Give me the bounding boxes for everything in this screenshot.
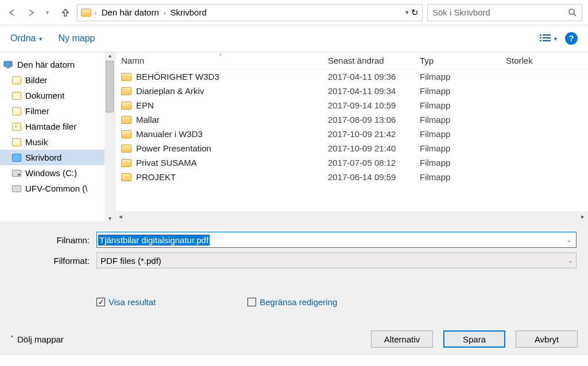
horizontal-scrollbar[interactable]: ◂ ▸ [115, 211, 588, 221]
svg-rect-6 [540, 40, 541, 41]
file-name: BEHÖRIGHET W3D3 [136, 72, 219, 81]
crumb-desktop[interactable]: Skrivbord [169, 7, 207, 17]
nav-scrollbar[interactable]: ▴ ▾ [105, 52, 115, 221]
svg-rect-4 [540, 37, 541, 38]
chevron-down-icon: ▾ [39, 36, 42, 42]
nav-item-dokument[interactable]: Dokument [0, 88, 115, 103]
file-row[interactable]: BEHÖRIGHET W3D3 2017-04-11 09:36 Filmapp [115, 69, 588, 84]
help-button[interactable]: ? [565, 32, 578, 45]
nav-item-label: Dokument [25, 91, 64, 100]
filename-input[interactable]: Tjänstbilar digitalsignatur.pdf ⌄ [96, 232, 577, 248]
scroll-right-icon[interactable]: ▸ [578, 213, 588, 220]
history-dropdown[interactable]: ▾ [40, 6, 54, 20]
file-type: Filmapp [414, 115, 500, 124]
address-bar[interactable]: › Den här datorn › Skrivbord ▾ ↻ [77, 4, 423, 21]
scroll-down-icon[interactable]: ▾ [109, 215, 111, 221]
back-button[interactable] [6, 6, 20, 20]
nav-item-skrivbord[interactable]: Skrivbord [0, 150, 115, 165]
nav-item-label: Windows (C:) [25, 168, 77, 178]
nav-item-label: Bilder [25, 75, 47, 85]
navigation-pane: Den här datorn Bilder Dokument Filmer Hä… [0, 52, 115, 221]
file-date: 2017-04-11 09:36 [322, 72, 414, 81]
folder-icon [121, 116, 131, 124]
net-icon [11, 184, 22, 193]
crumb-this-pc[interactable]: Den här datorn [100, 7, 160, 17]
pc-icon [3, 60, 14, 69]
file-row[interactable]: Mallar 2017-08-09 13:06 Filmapp [115, 112, 588, 127]
folder-icon [121, 145, 131, 153]
restrict-editing-checkbox[interactable]: Begränsa redigering [247, 297, 337, 307]
file-date: 2017-04-11 09:34 [322, 86, 414, 96]
view-result-label: Visa resultat [109, 297, 156, 307]
svg-rect-8 [4, 61, 12, 67]
lib-icon [11, 91, 22, 100]
chevron-down-icon[interactable]: ⌄ [567, 237, 571, 243]
file-row[interactable]: Manualer i W3D3 2017-10-09 21:42 Filmapp [115, 127, 588, 141]
column-header-type[interactable]: Typ [414, 56, 500, 65]
file-date: 2017-08-09 13:06 [322, 115, 414, 124]
chevron-up-icon: ˄ [10, 335, 14, 343]
file-type: Filmapp [414, 143, 500, 153]
lib-icon [11, 76, 22, 85]
svg-rect-2 [540, 34, 541, 36]
file-name: PROJEKT [136, 172, 176, 182]
refresh-button[interactable]: ↻ [411, 7, 419, 18]
checkbox-icon: ✓ [96, 298, 105, 306]
file-row[interactable]: Diarieplan & Arkiv 2017-04-11 09:34 Film… [115, 84, 588, 98]
svg-rect-7 [543, 40, 551, 41]
nav-root-this-pc[interactable]: Den här datorn [0, 57, 115, 72]
alternatives-button[interactable]: Alternativ [371, 330, 433, 348]
nav-item-label: Hämtade filer [25, 122, 76, 131]
view-result-checkbox[interactable]: ✓ Visa resultat [96, 297, 156, 307]
column-header-size[interactable]: Storlek [500, 56, 588, 65]
nav-root-label: Den här datorn [17, 60, 75, 69]
hide-folders-toggle[interactable]: ˄ Dölj mappar [10, 334, 64, 344]
view-options-button[interactable]: ▾ [539, 33, 557, 44]
scroll-thumb[interactable] [106, 61, 114, 112]
chevron-down-icon[interactable]: ▾ [405, 9, 409, 16]
scroll-left-icon[interactable]: ◂ [115, 213, 126, 220]
file-row[interactable]: Privat SUSAMA 2017-07-05 08:12 Filmapp [115, 155, 588, 170]
nav-item-ufv-common-[interactable]: UFV-Common (\ [0, 181, 115, 196]
svg-rect-9 [6, 67, 10, 68]
chevron-down-icon[interactable]: ⌄ [568, 258, 572, 264]
file-name: EPN [136, 100, 154, 110]
search-placeholder: Sök i Skrivbord [432, 7, 490, 17]
column-header-name[interactable]: Namn [115, 56, 322, 65]
file-row[interactable]: EPN 2017-09-14 10:59 Filmapp [115, 98, 588, 112]
file-date: 2017-10-09 21:40 [322, 143, 414, 153]
up-button[interactable] [59, 6, 72, 20]
nav-item-h-mtade-filer[interactable]: Hämtade filer [0, 119, 115, 134]
file-name: Power Presentation [136, 143, 211, 153]
new-folder-label: Ny mapp [58, 33, 95, 44]
filename-label: Filnamn: [11, 235, 96, 245]
organize-button[interactable]: Ordna ▾ [10, 33, 42, 44]
file-type: Filmapp [414, 158, 500, 168]
filename-value: Tjänstbilar digitalsignatur.pdf [98, 235, 210, 246]
file-name: Privat SUSAMA [136, 158, 197, 168]
file-row[interactable]: PROJEKT 2017-06-14 09:59 Filmapp [115, 170, 588, 184]
dl-icon [11, 122, 22, 131]
forward-button[interactable] [24, 6, 38, 20]
chevron-right-icon: › [95, 9, 97, 16]
search-input[interactable]: Sök i Skrivbord [427, 4, 582, 21]
folder-icon [121, 130, 131, 138]
scroll-up-icon[interactable]: ▴ [109, 52, 111, 59]
hide-folders-label: Dölj mappar [17, 334, 64, 344]
nav-item-label: Skrivbord [25, 153, 61, 162]
filetype-value: PDF files (*.pdf) [100, 256, 161, 266]
cancel-button[interactable]: Avbryt [516, 330, 578, 348]
nav-item-filmer[interactable]: Filmer [0, 103, 115, 119]
filetype-select[interactable]: PDF files (*.pdf) ⌄ [96, 252, 577, 268]
nav-item-musik[interactable]: Musik [0, 134, 115, 150]
column-header-date[interactable]: Senast ändrad [322, 56, 414, 65]
save-button[interactable]: Spara [443, 330, 505, 348]
svg-line-1 [574, 14, 576, 16]
file-type: Filmapp [414, 172, 500, 182]
nav-item-windows-c-[interactable]: Windows (C:) [0, 165, 115, 181]
nav-item-bilder[interactable]: Bilder [0, 72, 115, 88]
new-folder-button[interactable]: Ny mapp [58, 33, 95, 44]
file-row[interactable]: Power Presentation 2017-10-09 21:40 Film… [115, 141, 588, 155]
search-icon[interactable] [568, 8, 577, 17]
file-name: Manualer i W3D3 [136, 129, 203, 139]
